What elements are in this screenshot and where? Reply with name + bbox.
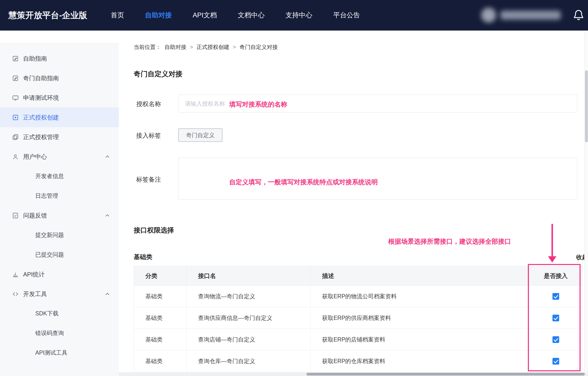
- doc-check-icon: [12, 212, 19, 219]
- cell-category: 基础类: [134, 307, 187, 329]
- chevron-up-icon[interactable]: [104, 291, 110, 297]
- checkbox-checked[interactable]: [552, 336, 559, 343]
- notification-bell-icon[interactable]: [573, 9, 585, 21]
- nav-self-service[interactable]: 自助对接: [134, 0, 182, 31]
- sidebar-item-label: 提交新问题: [35, 231, 64, 239]
- sidebar-item-label: 已提交问题: [35, 251, 64, 259]
- bar-chart-icon: [12, 271, 19, 278]
- sidebar-item-submit-new-issue[interactable]: 提交新问题: [0, 225, 119, 245]
- sidebar-item-qimen-guide[interactable]: 奇门自助指南: [0, 68, 119, 88]
- main-nav: 首页 自助对接 API文档 文档中心 支持中心 平台公告: [100, 0, 371, 31]
- remark-label: 标签备注: [136, 175, 161, 184]
- cell-category: 基础类: [134, 350, 187, 372]
- breadcrumb-item: 奇门自定义对接: [240, 43, 278, 51]
- checkbox-checked[interactable]: [552, 293, 559, 300]
- sidebar-item-label: 正式授权管理: [23, 133, 59, 141]
- auth-name-label: 授权名称: [136, 100, 161, 108]
- nav-doc-center[interactable]: 文档中心: [227, 0, 275, 31]
- nav-home[interactable]: 首页: [100, 0, 134, 31]
- cell-enabled: [529, 350, 583, 372]
- breadcrumb-item[interactable]: 自助对接: [165, 43, 186, 51]
- access-tag-label: 接入标签: [136, 131, 161, 140]
- monitor-icon: [12, 94, 19, 101]
- sidebar-item-submitted-issues[interactable]: 已提交问题: [0, 245, 119, 264]
- chevron-up-icon[interactable]: [104, 154, 110, 160]
- doc-edit-icon: [12, 75, 19, 82]
- sidebar-item-label: 日志管理: [35, 192, 58, 200]
- table-row: 基础类 查询仓库—奇门自定义 获取ERP的仓库档案资料: [134, 350, 583, 372]
- sidebar-item-sdk-download[interactable]: SDK下载: [0, 304, 119, 323]
- main-content: 当前位置： 自助对接 > 正式授权创建 > 奇门自定义对接 奇门自定义对接 授权…: [119, 31, 588, 376]
- sidebar-item-label: 奇门自助指南: [23, 74, 59, 82]
- horizontal-scrollbar[interactable]: [119, 372, 588, 376]
- table-row: 基础类 查询物流—奇门自定义 获取ERP的物流公司档案资料: [134, 286, 583, 307]
- sidebar-item-label: 自助指南: [23, 55, 47, 63]
- user-name-blurred: [501, 11, 561, 20]
- sidebar-item-error-code-query[interactable]: 错误码查询: [0, 323, 119, 343]
- sidebar-item-self-guide[interactable]: 自助指南: [0, 49, 119, 68]
- sidebar-item-label: 问题反馈: [23, 212, 47, 220]
- sidebar-item-apply-test-env[interactable]: 申请测试环境: [0, 88, 119, 108]
- checkbox-checked[interactable]: [552, 358, 559, 365]
- user-info-blurred[interactable]: [481, 7, 561, 23]
- chevron-up-icon[interactable]: [104, 213, 110, 219]
- cell-api-name: 查询供应商信息—奇门自定义: [187, 307, 311, 329]
- cell-description: 获取ERP的供应商档案资料: [311, 307, 529, 329]
- cell-enabled: [529, 329, 583, 350]
- page-title: 奇门自定义对接: [134, 69, 182, 79]
- group-title-basic: 基础类: [134, 253, 152, 261]
- cell-enabled: [529, 286, 583, 307]
- breadcrumb-separator: >: [190, 44, 193, 50]
- top-navbar: 慧策开放平台-企业版 首页 自助对接 API文档 文档中心 支持中心 平台公告: [0, 0, 588, 31]
- sidebar-item-label: 正式授权创建: [23, 113, 59, 121]
- sidebar-item-user-center[interactable]: 用户中心: [0, 147, 119, 166]
- sidebar-item-api-test-tool[interactable]: API测试工具: [0, 343, 119, 363]
- sidebar-item-label: 开发者信息: [35, 172, 64, 180]
- permissions-section-title: 接口权限选择: [134, 226, 174, 235]
- sidebar-item-dev-tools[interactable]: 开发工具: [0, 284, 119, 304]
- sidebar-item-label: 错误码查询: [35, 329, 64, 337]
- col-header-description: 描述: [311, 266, 529, 286]
- square-plus-icon: [12, 114, 19, 121]
- cell-category: 基础类: [134, 329, 187, 350]
- checkbox-checked[interactable]: [552, 315, 559, 321]
- sidebar-item-label: API测试工具: [35, 349, 67, 357]
- annotation-permissions: 根据场景选择所需接口，建议选择全部接口: [388, 237, 511, 246]
- sidebar-item-label: 开发工具: [23, 290, 47, 298]
- cell-api-name: 查询仓库—奇门自定义: [187, 350, 311, 372]
- breadcrumb-prefix: 当前位置：: [134, 43, 161, 51]
- nav-platform-notice[interactable]: 平台公告: [323, 0, 371, 31]
- sidebar-item-label: 申请测试环境: [23, 94, 59, 102]
- annotation-arrow-down-icon: [548, 256, 556, 263]
- nav-api-docs[interactable]: API文档: [182, 0, 227, 31]
- col-header-enabled: 是否接入: [529, 266, 583, 286]
- sidebar-item-formal-auth-manage[interactable]: 正式授权管理: [0, 127, 119, 147]
- sidebar-item-developer-info[interactable]: 开发者信息: [0, 166, 119, 186]
- vertical-scrollbar[interactable]: [584, 31, 588, 376]
- table-row: 基础类 查询店铺—奇门自定义 获取ERP的店铺档案资料: [134, 329, 583, 350]
- cell-description: 获取ERP的店铺档案资料: [311, 329, 529, 350]
- cell-description: 获取ERP的物流公司档案资料: [311, 286, 529, 307]
- sidebar-item-label: SDK下载: [35, 310, 58, 317]
- sidebar-item-formal-auth-create[interactable]: 正式授权创建: [0, 108, 119, 127]
- annotation-auth-name: 填写对接系统的名称: [229, 100, 287, 109]
- vertical-scrollbar-thumb[interactable]: [585, 70, 588, 142]
- table-header-row: 分类 接口名 描述 是否接入: [134, 266, 583, 286]
- copy-icon: [12, 134, 19, 141]
- sidebar-item-feedback[interactable]: 问题反馈: [0, 206, 119, 225]
- nav-support-center[interactable]: 支持中心: [275, 0, 323, 31]
- cell-category: 基础类: [134, 286, 187, 307]
- sidebar-item-label: API统计: [23, 270, 45, 278]
- annotation-remark: 自定义填写，一般填写对接系统特点或对接系统说明: [229, 178, 378, 187]
- sidebar-item-log-manage[interactable]: 日志管理: [0, 186, 119, 206]
- breadcrumb-item[interactable]: 正式授权创建: [197, 43, 229, 51]
- breadcrumb: 当前位置： 自助对接 > 正式授权创建 > 奇门自定义对接: [134, 43, 278, 51]
- access-tag-chip[interactable]: 奇门自定义: [178, 128, 222, 142]
- horizontal-scrollbar-thumb[interactable]: [306, 373, 585, 376]
- code-icon: [12, 291, 19, 298]
- sidebar-item-api-stats[interactable]: API统计: [0, 264, 119, 284]
- doc-edit-icon: [12, 55, 19, 62]
- sidebar: 自助指南 奇门自助指南 申请测试环境 正式授权创建 正式授权管理 用户中心 开发…: [0, 43, 119, 376]
- col-header-category: 分类: [134, 266, 187, 286]
- annotation-arrow-line: [551, 224, 553, 257]
